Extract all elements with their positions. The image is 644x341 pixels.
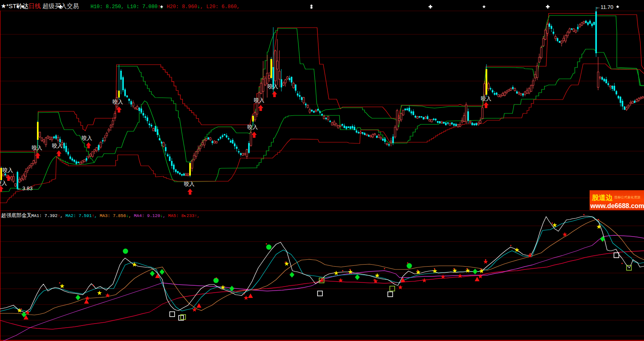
svg-text:MA1: 7.392↑, MA2: 7.591↑, MA3:: MA1: 7.392↑, MA2: 7.591↑, MA3: 7.856↓, M…: [31, 213, 200, 218]
svg-text:★*ST聆达日线 超级买入交易: ★*ST聆达日线 超级买入交易: [1, 2, 79, 9]
svg-text:咬入: 咬入: [254, 97, 264, 103]
svg-text:www.de6688.com: www.de6688.com: [590, 202, 644, 209]
svg-text:←11.70: ←11.70: [595, 4, 614, 10]
svg-text:咬入: 咬入: [82, 135, 92, 141]
svg-text:咬入: 咬入: [2, 167, 13, 173]
svg-text:咬入: 咬入: [481, 96, 491, 102]
svg-text:指标公式量化资源: 指标公式量化资源: [614, 195, 641, 199]
svg-text:咬入: 咬入: [0, 180, 7, 186]
svg-text:H10: 8.250, L10: 7.080↑, H20:: H10: 8.250, L10: 7.080↑, H20: 8.960↓, L2…: [91, 4, 240, 10]
svg-text:←3.83: ←3.83: [17, 185, 32, 191]
svg-text:咬入: 咬入: [32, 145, 42, 151]
svg-text:股道边: 股道边: [592, 194, 613, 202]
svg-text:咬入: 咬入: [247, 124, 258, 130]
svg-text:咬入: 咬入: [268, 83, 278, 89]
svg-text:超强底部金叉: 超强底部金叉: [1, 213, 32, 218]
svg-text:咬入: 咬入: [52, 143, 63, 149]
svg-text:咬入: 咬入: [184, 181, 194, 187]
svg-text:咬入: 咬入: [112, 99, 123, 105]
